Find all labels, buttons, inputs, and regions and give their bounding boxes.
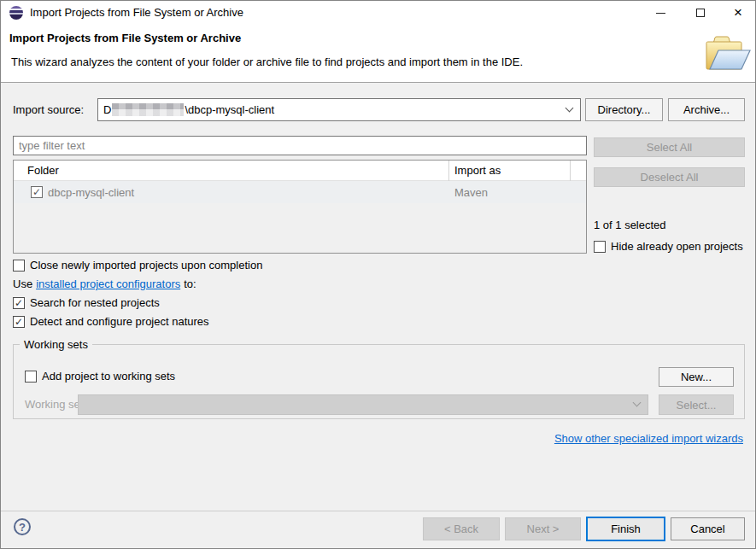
project-import-as: Maven <box>454 186 488 199</box>
add-to-working-sets-label: Add project to working sets <box>42 370 175 383</box>
project-folder-name: dbcp-mysql-client <box>48 186 134 199</box>
search-nested-label: Search for nested projects <box>30 296 160 309</box>
chevron-down-icon[interactable] <box>566 103 574 112</box>
new-working-set-button[interactable]: New... <box>659 367 734 387</box>
title-bar: Import Projects from File System or Arch… <box>1 1 755 25</box>
open-folder-icon <box>702 33 752 74</box>
maximize-icon <box>696 9 705 17</box>
detect-natures-label: Detect and configure project natures <box>30 315 209 328</box>
use-suffix: to: <box>184 277 196 290</box>
deselect-all-button[interactable]: Deselect All <box>594 167 745 187</box>
close-button[interactable]: × <box>719 1 756 25</box>
archive-button[interactable]: Archive... <box>668 98 745 121</box>
hide-open-projects-label: Hide already open projects <box>611 240 743 253</box>
page-description: This wizard analyzes the content of your… <box>11 55 523 68</box>
use-prefix: Use <box>13 277 32 290</box>
detect-natures-checkbox[interactable]: ✓ Detect and configure project natures <box>13 315 209 328</box>
filter-input[interactable] <box>13 136 587 155</box>
minimize-icon <box>656 13 665 14</box>
other-wizards-link[interactable]: Show other specialized import wizards <box>554 432 743 445</box>
configurators-line: Use installed project configurators to: <box>13 277 196 290</box>
finish-button[interactable]: Finish <box>586 517 665 541</box>
import-source-combo[interactable]: D\dbcp-mysql-client <box>97 98 581 121</box>
search-nested-checkbox[interactable]: ✓ Search for nested projects <box>13 296 160 309</box>
working-sets-combo <box>78 394 648 415</box>
column-divider[interactable] <box>570 161 571 181</box>
table-row[interactable]: ✓ dbcp-mysql-client Maven <box>14 181 586 203</box>
checkmark-icon: ✓ <box>15 317 23 327</box>
selection-status: 1 of 1 selected <box>594 219 666 231</box>
help-icon: ? <box>19 521 26 534</box>
column-header-import-as[interactable]: Import as <box>454 161 501 181</box>
eclipse-logo-icon <box>9 6 23 20</box>
chevron-down-icon <box>633 399 642 407</box>
directory-button[interactable]: Directory... <box>585 98 663 121</box>
project-checkbox[interactable]: ✓ dbcp-mysql-client <box>31 186 134 199</box>
column-divider[interactable] <box>448 161 449 181</box>
checkmark-icon: ✓ <box>32 187 41 197</box>
import-projects-dialog: Import Projects from File System or Arch… <box>0 0 756 549</box>
redacted-path-mosaic <box>112 103 184 116</box>
import-source-value: D\dbcp-mysql-client <box>103 103 274 116</box>
import-source-label: Import source: <box>13 98 84 121</box>
hide-open-projects-checkbox[interactable]: Hide already open projects <box>594 240 743 253</box>
footer-divider <box>1 511 755 511</box>
window-title: Import Projects from File System or Arch… <box>30 1 243 25</box>
back-button[interactable]: < Back <box>423 517 500 540</box>
column-header-folder[interactable]: Folder <box>27 161 59 181</box>
add-to-working-sets-checkbox[interactable]: Add project to working sets <box>25 370 175 383</box>
close-newly-imported-checkbox[interactable]: Close newly imported projects upon compl… <box>13 259 262 272</box>
wizard-header: Import Projects from File System or Arch… <box>1 25 755 83</box>
minimize-button[interactable] <box>642 1 680 25</box>
select-working-set-button[interactable]: Select... <box>659 394 734 415</box>
page-title: Import Projects from File System or Arch… <box>9 32 241 44</box>
maximize-button[interactable] <box>681 1 719 25</box>
working-sets-group-label: Working sets <box>20 338 92 351</box>
projects-table: Folder Import as ✓ dbcp-mysql-client Mav… <box>13 160 587 254</box>
table-header: Folder Import as <box>14 161 586 181</box>
next-button[interactable]: Next > <box>505 517 581 540</box>
select-all-button[interactable]: Select All <box>594 137 745 157</box>
close-newly-imported-label: Close newly imported projects upon compl… <box>30 259 262 272</box>
checkmark-icon: ✓ <box>15 298 23 308</box>
installed-configurators-link[interactable]: installed project configurators <box>36 277 180 290</box>
close-icon: × <box>734 4 742 21</box>
help-button[interactable]: ? <box>14 518 31 535</box>
cancel-button[interactable]: Cancel <box>671 517 745 540</box>
